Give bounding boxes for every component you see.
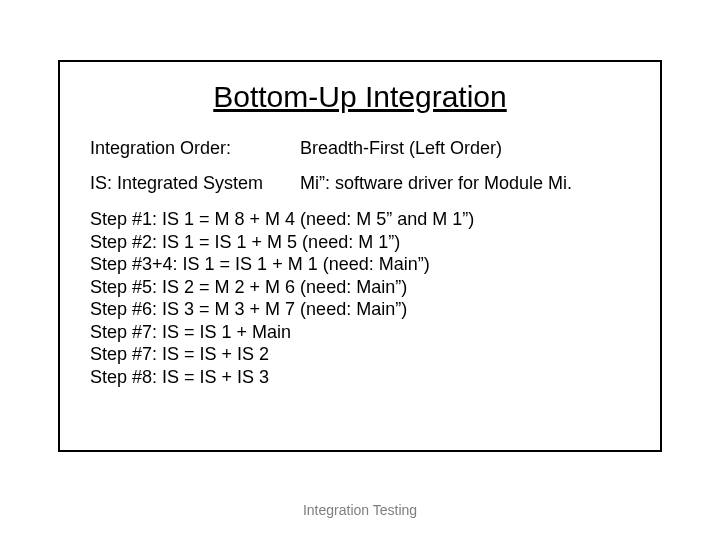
integration-order-value: Breadth-First (Left Order) xyxy=(300,138,630,159)
steps-list: Step #1: IS 1 = M 8 + M 4 (need: M 5” an… xyxy=(90,208,630,388)
step-item: Step #7: IS = IS + IS 2 xyxy=(90,343,630,366)
definition-row-2: IS: Integrated System Mi”: software driv… xyxy=(90,173,630,194)
content-frame: Bottom-Up Integration Integration Order:… xyxy=(58,60,662,452)
definition-row-1: Integration Order: Breadth-First (Left O… xyxy=(90,138,630,159)
step-item: Step #2: IS 1 = IS 1 + M 5 (need: M 1”) xyxy=(90,231,630,254)
slide-footer: Integration Testing xyxy=(0,502,720,518)
mi-definition: Mi”: software driver for Module Mi. xyxy=(300,173,630,194)
slide: Bottom-Up Integration Integration Order:… xyxy=(0,0,720,540)
step-item: Step #3+4: IS 1 = IS 1 + M 1 (need: Main… xyxy=(90,253,630,276)
integration-order-label: Integration Order: xyxy=(90,138,300,159)
step-item: Step #1: IS 1 = M 8 + M 4 (need: M 5” an… xyxy=(90,208,630,231)
step-item: Step #5: IS 2 = M 2 + M 6 (need: Main”) xyxy=(90,276,630,299)
step-item: Step #6: IS 3 = M 3 + M 7 (need: Main”) xyxy=(90,298,630,321)
step-item: Step #7: IS = IS 1 + Main xyxy=(90,321,630,344)
step-item: Step #8: IS = IS + IS 3 xyxy=(90,366,630,389)
is-definition: IS: Integrated System xyxy=(90,173,300,194)
slide-title: Bottom-Up Integration xyxy=(90,80,630,114)
